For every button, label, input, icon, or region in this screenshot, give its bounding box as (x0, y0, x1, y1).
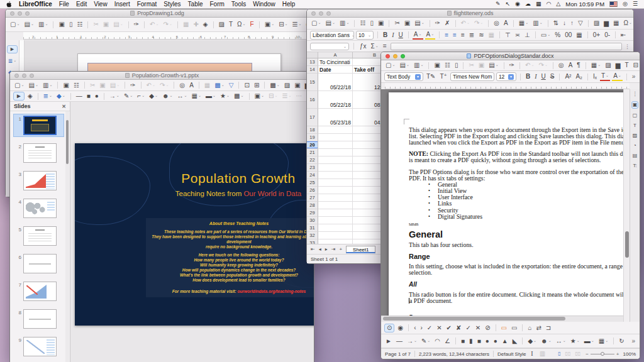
format-date-icon[interactable]: ▦ (575, 31, 583, 39)
impress-window-controls[interactable] (14, 74, 34, 78)
strikethrough-icon[interactable]: S (549, 73, 556, 80)
new-icon[interactable]: ▢ (13, 82, 25, 89)
text-box-icon[interactable]: T (623, 62, 630, 69)
diamond-icon[interactable]: ◆ (526, 337, 538, 345)
menu-window[interactable]: Window (253, 1, 275, 8)
page-icon[interactable]: ▢ (632, 112, 638, 119)
accept-change-icon[interactable]: ✓ (426, 324, 433, 332)
find-replace-icon[interactable]: A (567, 62, 574, 69)
cell-A31[interactable] (318, 224, 353, 232)
cell-A17[interactable]: 05/23/18 (318, 109, 353, 126)
style-inspector-icon[interactable]: ▤ (632, 153, 638, 159)
draw-titlebar[interactable]: PropDrawing1.odg (6, 9, 309, 18)
find-icon[interactable]: ◎ (492, 19, 501, 27)
slide-thumb-preview[interactable] (23, 171, 57, 190)
close-icon[interactable]: ✕ (62, 104, 66, 109)
pencil-icon[interactable]: ✎ (496, 1, 501, 7)
row-header-32[interactable]: 32 (307, 232, 318, 239)
rounded-rectangle-icon[interactable]: ▮ (468, 337, 474, 345)
slide-thumbnail-6[interactable]: 6 (14, 253, 64, 275)
stars-icon[interactable]: ★ (219, 92, 231, 100)
wrap-text-icon[interactable]: ≋ (477, 31, 485, 39)
cell-A32[interactable] (318, 232, 353, 239)
circle-icon[interactable]: ● (484, 337, 491, 345)
cell-A14[interactable]: Date (318, 66, 353, 74)
grid-icon[interactable]: ▦ (203, 82, 211, 89)
block-arrows-icon[interactable]: ↔ (555, 337, 567, 345)
clone-formatting-icon[interactable]: ✑ (129, 82, 136, 89)
font-size-combo[interactable]: 10⌄ (356, 31, 374, 40)
rectangle-icon[interactable]: ■ (86, 92, 92, 100)
find-icon[interactable]: ◎ (178, 82, 186, 89)
wifi-icon[interactable]: ◠ (546, 1, 551, 7)
callouts-icon[interactable]: ▬ (204, 92, 217, 100)
line-icon[interactable]: — (395, 337, 404, 345)
cell-A24[interactable] (318, 172, 353, 179)
views-icon[interactable]: ▩ (213, 82, 225, 89)
italic-icon[interactable]: I (533, 73, 538, 80)
special-char-icon[interactable]: Ω (622, 19, 633, 27)
display-grid-icon[interactable]: ≣ (42, 92, 53, 100)
open-icon[interactable]: ▤ (27, 82, 39, 89)
save-icon[interactable]: ▥ (37, 21, 49, 28)
sidebar-menu-icon[interactable]: ⋮ (632, 91, 638, 97)
open-icon[interactable]: ▤ (23, 21, 35, 28)
print-icon[interactable]: ☷ (75, 21, 84, 28)
close-button[interactable] (311, 11, 316, 16)
page-count-label[interactable]: Page 1 of 7 (385, 351, 411, 357)
curve-icon[interactable]: ✎ (123, 92, 134, 100)
row-header-28[interactable]: 28 (307, 202, 318, 209)
previous-change-icon[interactable]: ‹ (413, 324, 417, 332)
close-button[interactable] (10, 11, 14, 16)
snap-lines-icon[interactable]: ≣ (7, 58, 18, 65)
new-style-icon[interactable]: T⁺ (439, 73, 448, 80)
next-sheet-icon[interactable]: ▸ (324, 246, 329, 253)
save-icon[interactable]: ▥ (42, 82, 53, 89)
row-header-31[interactable]: 31 (307, 224, 318, 232)
merge-cells-icon[interactable]: ▦ (487, 31, 496, 39)
word-count-label[interactable]: 2,223 words, 12,344 characters (419, 351, 489, 357)
print-icon[interactable]: ☷ (443, 62, 452, 69)
input-language-flag[interactable] (609, 1, 618, 7)
sheet-tab[interactable]: Sheet1 (346, 246, 375, 253)
chart-icon[interactable]: ▆ (602, 19, 610, 27)
minimize-button[interactable] (22, 74, 26, 78)
close-button[interactable] (14, 74, 19, 78)
cut-icon[interactable]: ✂ (467, 62, 475, 69)
add-sheet-icon[interactable]: + (338, 246, 343, 253)
merge-document-icon[interactable]: ⊐ (545, 324, 552, 332)
row-header-25[interactable]: 25 (307, 179, 318, 187)
helplines-icon[interactable]: ✚ (192, 21, 199, 28)
document-saved-icon[interactable]: ▥ (538, 350, 547, 358)
increase-indent-icon[interactable]: ⇥ (629, 31, 630, 39)
calc-titlebar[interactable]: flightItenery.ods (307, 9, 633, 18)
cell-A15[interactable]: 05/22/18 (318, 74, 353, 91)
reject-move-icon[interactable]: ✕ (474, 324, 482, 332)
find-replace-icon[interactable]: A (502, 19, 509, 27)
italic-icon[interactable]: I (391, 31, 395, 39)
center-vertical-icon[interactable]: ≍ (514, 31, 521, 39)
font-name-combo[interactable]: Times New Rom▾ (450, 72, 494, 81)
clone-formatting-icon[interactable]: ✑ (434, 19, 441, 27)
cloud-icon[interactable]: ☁ (525, 1, 531, 7)
draw-horizontal-ruler[interactable]: 2112345678910 (23, 32, 309, 40)
autofilter-icon[interactable]: ▽ (577, 19, 584, 27)
insert-comment-icon[interactable]: ▭ (500, 324, 508, 332)
master-slide-icon[interactable]: ▩ (269, 82, 280, 89)
cell-A27[interactable] (318, 194, 353, 202)
first-sheet-icon[interactable]: ⇤ (309, 246, 316, 253)
menu-tools[interactable]: Tools (231, 1, 246, 8)
align-center-icon[interactable]: ≡ (452, 31, 458, 39)
menu-file[interactable]: File (59, 1, 69, 8)
cell-A22[interactable] (318, 156, 353, 164)
pivot-table-icon[interactable]: ▦ (612, 19, 620, 27)
export-pdf-icon[interactable]: ▣ (433, 62, 441, 69)
line-icon[interactable]: — (75, 92, 84, 100)
print-preview-icon[interactable]: ▯ (68, 21, 74, 28)
menu-libreoffice[interactable]: LibreOffice (19, 1, 52, 8)
slides-scrollbar[interactable] (65, 111, 69, 362)
superscript-icon[interactable]: A² (564, 73, 572, 80)
cell-A30[interactable] (318, 217, 353, 224)
rectangle-icon[interactable]: ■ (460, 337, 466, 345)
styles-icon[interactable]: T (633, 123, 637, 129)
